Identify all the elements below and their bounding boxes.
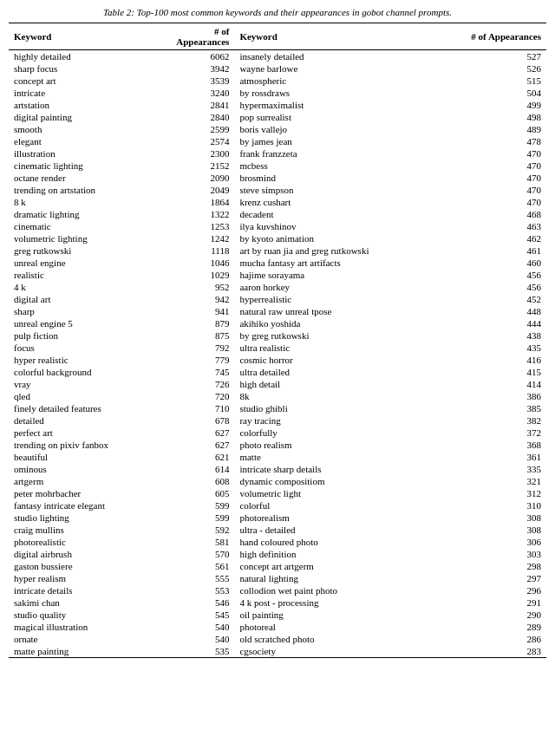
keyword-left: studio quality (9, 609, 160, 621)
keyword-left: gaston bussiere (9, 560, 160, 572)
appearances-left: 599 (160, 512, 235, 524)
keyword-right: oil painting (234, 609, 449, 621)
appearances-left: 941 (160, 305, 235, 317)
appearances-left: 2840 (160, 111, 235, 123)
appearances-left: 2574 (160, 135, 235, 147)
keyword-right: hajime sorayama (234, 269, 449, 281)
appearances-left: 621 (160, 451, 235, 463)
appearances-left: 3240 (160, 87, 235, 99)
appearances-left: 745 (160, 366, 235, 378)
appearances-left: 535 (160, 645, 235, 658)
appearances-left: 2049 (160, 184, 235, 196)
keyword-right: studio ghibli (234, 402, 449, 414)
table-row: ominous614intricate sharp details335 (9, 463, 546, 475)
appearances-right: 414 (449, 378, 546, 390)
appearances-right: 460 (449, 257, 546, 269)
keyword-left: digital art (9, 293, 160, 305)
keyword-right: pop surrealist (234, 111, 449, 123)
appearances-left: 561 (160, 560, 235, 572)
appearances-left: 599 (160, 499, 235, 512)
keyword-left: fantasy intricate elegant (9, 499, 160, 512)
keyword-right: mcbess (234, 160, 449, 172)
appearances-left: 2090 (160, 172, 235, 184)
keyword-right: ultra realistic (234, 342, 449, 354)
appearances-left: 2152 (160, 160, 235, 172)
appearances-right: 515 (449, 75, 546, 87)
keyword-right: by james jean (234, 135, 449, 147)
appearances-right: 385 (449, 402, 546, 414)
appearances-left: 540 (160, 621, 235, 633)
keyword-left: focus (9, 342, 160, 354)
keyword-right: art by ruan jia and greg rutkowski (234, 244, 449, 257)
table-row: gaston bussiere561concept art artgerm298 (9, 560, 546, 572)
table-row: smooth2599boris vallejo489 (9, 123, 546, 135)
appearances-left: 3539 (160, 75, 235, 87)
table-row: perfect art627colorfully372 (9, 427, 546, 439)
appearances-right: 478 (449, 135, 546, 147)
keyword-right: photoreal (234, 621, 449, 633)
keyword-right: natural raw unreal tpose (234, 305, 449, 317)
appearances-right: 312 (449, 487, 546, 499)
header-appearances1: # of Appearances (160, 23, 235, 50)
keyword-left: colorful background (9, 366, 160, 378)
appearances-left: 1046 (160, 257, 235, 269)
appearances-right: 291 (449, 596, 546, 609)
appearances-left: 952 (160, 281, 235, 293)
table-row: vray726high detail414 (9, 378, 546, 390)
appearances-left: 570 (160, 548, 235, 560)
appearances-right: 489 (449, 123, 546, 135)
keyword-left: digital painting (9, 111, 160, 123)
keyword-left: photorealistic (9, 536, 160, 548)
keyword-left: smooth (9, 123, 160, 135)
appearances-right: 361 (449, 451, 546, 463)
appearances-left: 875 (160, 329, 235, 342)
appearances-right: 452 (449, 293, 546, 305)
appearances-right: 386 (449, 390, 546, 402)
appearances-left: 2599 (160, 123, 235, 135)
table-row: sharp focus3942wayne barlowe526 (9, 62, 546, 75)
keyword-right: volumetric light (234, 487, 449, 499)
appearances-left: 710 (160, 402, 235, 414)
keywords-table: Keyword # of Appearances Keyword # of Ap… (9, 23, 546, 658)
appearances-right: 456 (449, 269, 546, 281)
header-keyword2: Keyword (234, 23, 449, 50)
keyword-right: collodion wet paint photo (234, 584, 449, 596)
keyword-left: artgerm (9, 475, 160, 487)
appearances-left: 942 (160, 293, 235, 305)
keyword-left: sharp (9, 305, 160, 317)
keyword-right: hypermaximalist (234, 99, 449, 111)
appearances-right: 289 (449, 621, 546, 633)
appearances-right: 456 (449, 281, 546, 293)
table-row: photorealistic581hand coloured photo306 (9, 536, 546, 548)
keyword-right: hyperrealistic (234, 293, 449, 305)
appearances-left: 555 (160, 572, 235, 584)
table-row: volumetric lighting1242by kyoto animatio… (9, 232, 546, 244)
table-row: elegant2574by james jean478 (9, 135, 546, 147)
keyword-left: intricate (9, 87, 160, 99)
keyword-left: sharp focus (9, 62, 160, 75)
appearances-left: 1322 (160, 208, 235, 220)
appearances-left: 545 (160, 609, 235, 621)
appearances-left: 553 (160, 584, 235, 596)
appearances-right: 498 (449, 111, 546, 123)
keyword-right: steve simpson (234, 184, 449, 196)
keyword-left: unreal engine 5 (9, 317, 160, 329)
appearances-right: 499 (449, 99, 546, 111)
keyword-left: illustration (9, 147, 160, 160)
table-row: trending on artstation2049steve simpson4… (9, 184, 546, 196)
appearances-right: 470 (449, 184, 546, 196)
keyword-right: brosmind (234, 172, 449, 184)
keyword-right: boris vallejo (234, 123, 449, 135)
keyword-right: decadent (234, 208, 449, 220)
keyword-left: perfect art (9, 427, 160, 439)
table-row: sakimi chan5464 k post - processing291 (9, 596, 546, 609)
keyword-right: colorful (234, 499, 449, 512)
appearances-left: 3942 (160, 62, 235, 75)
appearances-right: 461 (449, 244, 546, 257)
appearances-right: 368 (449, 439, 546, 451)
keyword-left: craig mullins (9, 524, 160, 536)
appearances-right: 415 (449, 366, 546, 378)
keyword-left: vray (9, 378, 160, 390)
table-row: magical illustration540photoreal289 (9, 621, 546, 633)
table-row: peter mohrbacher605volumetric light312 (9, 487, 546, 499)
